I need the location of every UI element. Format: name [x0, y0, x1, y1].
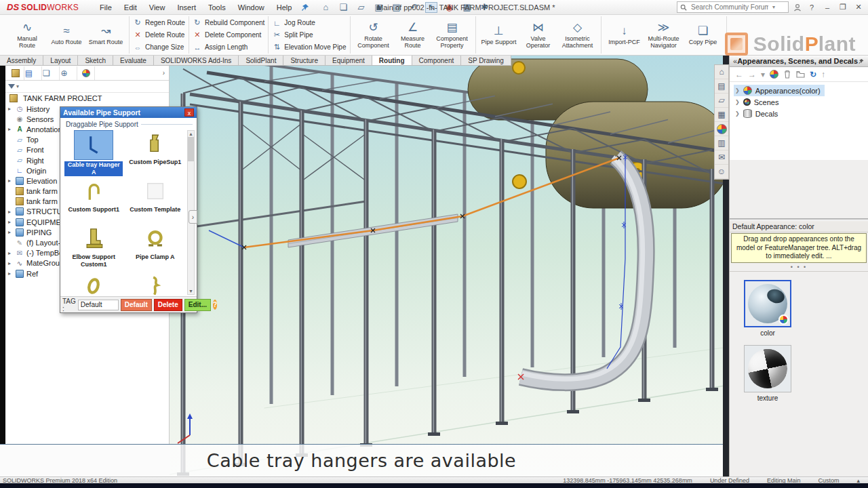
- ribbon-button[interactable]: Import-PCF: [605, 23, 644, 47]
- expand-arrow-icon[interactable]: ▸: [8, 178, 14, 184]
- file-explorer-icon[interactable]: [715, 94, 728, 108]
- expand-arrow-icon[interactable]: ▸: [8, 270, 14, 277]
- custom-properties-icon[interactable]: [715, 136, 728, 150]
- default-button[interactable]: Default: [121, 299, 152, 311]
- appearances-tree-item[interactable]: ❯ Appearances(color): [734, 85, 825, 96]
- ribbon-button[interactable]: Regen Route: [133, 17, 185, 28]
- configuration-label[interactable]: Custom: [818, 477, 839, 484]
- ribbon-button[interactable]: Pipe Support: [479, 23, 519, 47]
- command-tab[interactable]: Assembly: [0, 56, 43, 65]
- menu-item[interactable]: Edit: [118, 2, 143, 13]
- expand-arrow-icon[interactable]: ▸: [8, 106, 14, 112]
- expand-arrow-icon[interactable]: ▸: [8, 260, 14, 266]
- scroll-up-icon[interactable]: ▲: [189, 131, 193, 136]
- dialog-close-icon[interactable]: x: [184, 108, 194, 117]
- expand-arrow-icon[interactable]: ▸: [8, 229, 14, 235]
- ribbon-button[interactable]: Delete Route: [133, 29, 184, 41]
- pin-icon[interactable]: [858, 58, 865, 65]
- search-dropdown-icon[interactable]: ▾: [772, 4, 775, 10]
- appearances-tree-item[interactable]: ❯ Decals: [734, 108, 782, 119]
- tree-root-item[interactable]: TANK FARM PROJECT: [5, 93, 169, 104]
- open-folder-icon[interactable]: [796, 70, 805, 78]
- expand-arrow-icon[interactable]: ▸: [8, 126, 14, 132]
- pipe-support-item[interactable]: Custom PipeSup1: [126, 130, 184, 178]
- scroll-down-icon[interactable]: ▼: [189, 289, 193, 293]
- display-icon[interactable]: [77, 66, 95, 80]
- ribbon-button[interactable]: Component Property: [433, 20, 472, 51]
- ribbon-button[interactable]: Delete Component: [193, 29, 261, 41]
- menu-item[interactable]: Tools: [202, 2, 232, 13]
- splitter-dots[interactable]: • • •: [730, 264, 868, 272]
- user-icon[interactable]: [793, 3, 802, 12]
- appearances-icon[interactable]: [715, 122, 728, 136]
- pipe-support-item[interactable]: Custom Support1: [64, 178, 123, 225]
- pipe-support-item[interactable]: Custom Template: [126, 178, 184, 225]
- command-tab[interactable]: SP Drawing: [461, 56, 511, 65]
- ribbon-button[interactable]: Auto Route: [47, 23, 86, 47]
- menu-item[interactable]: File: [94, 2, 118, 13]
- pipe-support-item[interactable]: Cable tray Hanger A: [64, 130, 123, 178]
- home-icon[interactable]: [319, 2, 332, 13]
- ribbon-button[interactable]: Copy Pipe: [684, 23, 723, 47]
- user-icon[interactable]: [715, 165, 728, 179]
- forward-icon[interactable]: →: [748, 70, 756, 79]
- resources-home-icon[interactable]: [715, 65, 728, 79]
- dialog-title-bar[interactable]: Available Pipe Support x: [60, 107, 197, 118]
- edit-button[interactable]: Edit...: [184, 299, 211, 311]
- dropdown-icon[interactable]: ▾: [761, 70, 765, 79]
- graphics-viewport[interactable]: [170, 56, 729, 476]
- ribbon-button[interactable]: Smart Route: [86, 23, 125, 47]
- pipe-support-item[interactable]: Elbow Support Custom1: [64, 225, 123, 272]
- back-icon[interactable]: ←: [735, 70, 743, 79]
- ribbon-button[interactable]: Split Pipe: [272, 29, 313, 41]
- view-palette-icon[interactable]: [715, 108, 728, 122]
- appearance-thumbnail-color[interactable]: color: [736, 280, 799, 337]
- menu-item[interactable]: Help: [271, 2, 298, 13]
- ribbon-button[interactable]: Rebuild Component: [193, 17, 264, 28]
- configurations-icon[interactable]: [42, 66, 60, 80]
- ribbon-button[interactable]: Assign Length: [193, 41, 248, 53]
- command-tab[interactable]: SOLIDWORKS Add-Ins: [154, 56, 239, 65]
- help-button[interactable]: ?: [806, 3, 817, 12]
- expand-arrow-icon[interactable]: ❯: [735, 87, 740, 94]
- ribbon-button[interactable]: Multi-Route Navigator: [644, 20, 684, 51]
- filter-dropdown-icon[interactable]: ▾: [16, 83, 19, 89]
- command-tab[interactable]: Routing: [372, 56, 412, 65]
- command-tab[interactable]: Evaluate: [113, 56, 154, 65]
- ribbon-button[interactable]: Valve Operator: [519, 20, 558, 51]
- command-tab[interactable]: SolidPlant: [239, 56, 283, 65]
- menu-item[interactable]: View: [143, 2, 172, 13]
- expand-arrow-icon[interactable]: ▸: [8, 219, 14, 225]
- menu-item[interactable]: Insert: [171, 2, 202, 13]
- command-tab[interactable]: Component: [412, 56, 462, 65]
- properties-icon[interactable]: [24, 66, 42, 80]
- ribbon-button[interactable]: Isometric Attachment: [558, 20, 597, 51]
- ribbon-button[interactable]: Jog Route: [272, 17, 315, 28]
- filter-icon[interactable]: [8, 84, 15, 89]
- expand-arrow-icon[interactable]: ▸: [8, 250, 14, 256]
- help-icon[interactable]: ?: [213, 300, 217, 310]
- panel-tabs-overflow[interactable]: ›: [163, 69, 165, 77]
- appearance-thumbnail-texture[interactable]: texture: [736, 345, 799, 402]
- move-up-icon[interactable]: ↑: [821, 70, 825, 79]
- delete-button[interactable]: Delete: [154, 299, 182, 311]
- ribbon-button[interactable]: Measure Route: [393, 20, 433, 51]
- command-tab[interactable]: Sketch: [78, 56, 113, 65]
- minimize-button[interactable]: –: [822, 3, 833, 12]
- ribbon-button[interactable]: Manual Route: [7, 20, 47, 51]
- pipe-support-item[interactable]: Pipe Clamp B: [64, 272, 123, 295]
- design-library-icon[interactable]: [715, 79, 728, 94]
- new-document-icon[interactable]: [337, 2, 349, 13]
- trash-icon[interactable]: [783, 70, 791, 79]
- pipe-support-item[interactable]: Pipe Clamp C: [126, 272, 184, 295]
- expand-arrow-icon[interactable]: ❯: [735, 110, 740, 117]
- expand-arrow-icon[interactable]: ❯: [735, 99, 740, 105]
- restore-button[interactable]: ❐: [837, 3, 848, 12]
- menu-item[interactable]: Window: [232, 2, 271, 13]
- tag-input[interactable]: [78, 300, 119, 310]
- scroll-thumb[interactable]: [188, 137, 194, 161]
- pipe-support-item[interactable]: Pipe Clamp A: [126, 225, 184, 272]
- command-tab[interactable]: Layout: [43, 56, 78, 65]
- features-icon[interactable]: [7, 66, 24, 80]
- dialog-flyout-handle[interactable]: ›: [189, 210, 197, 224]
